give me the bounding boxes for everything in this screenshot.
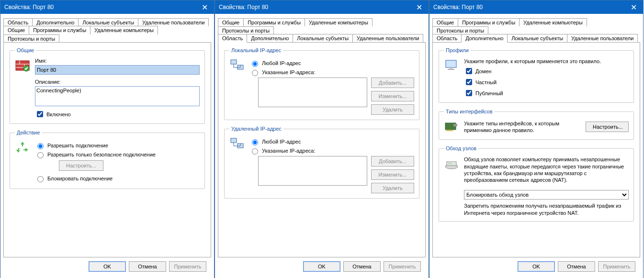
name-input[interactable] [35, 65, 200, 75]
svg-rect-17 [450, 67, 452, 69]
apply-button: Применить [169, 261, 206, 272]
tab-remote-users[interactable]: Удаленные пользователи [567, 34, 638, 43]
local-delete-button: Удалить [371, 104, 414, 115]
tab-remote-computers[interactable]: Удаленные компьютеры [90, 26, 158, 34]
tab-local-principals[interactable]: Локальные субъекты [78, 18, 138, 26]
svg-point-25 [451, 163, 452, 164]
check-private[interactable]: Частный [464, 78, 629, 87]
legend-action: Действие [15, 130, 42, 135]
name-label: Имя: [35, 58, 200, 64]
svg-rect-18 [448, 69, 454, 70]
traversal-select[interactable]: Блокировать обход узлов [464, 190, 629, 200]
ok-button[interactable]: OK [89, 261, 126, 272]
window-title: Свойства: Порт 80 [219, 4, 268, 11]
legend-local-ip: Локальный IP-адрес [229, 47, 283, 53]
titlebar: Свойства: Порт 80 ✕ [429, 0, 643, 14]
tab-remote-computers[interactable]: Удаленные компьютеры [305, 18, 373, 26]
cancel-button[interactable]: Отмена [129, 261, 166, 272]
svg-rect-20 [446, 130, 453, 131]
tab-programs[interactable]: Программы и службы [458, 18, 520, 26]
check-public[interactable]: Публичный [464, 89, 629, 98]
nic-icon [444, 119, 459, 134]
close-icon[interactable]: ✕ [624, 0, 643, 14]
group-edge-traversal: Обход узлов Обход узлов позволяет компью… [439, 145, 634, 222]
network-icon [229, 136, 245, 152]
local-ip-list [258, 78, 367, 107]
radio-remote-any[interactable]: Любой IP-адрес [249, 138, 414, 145]
svg-rect-21 [453, 124, 457, 126]
ok-button[interactable]: OK [303, 261, 340, 272]
ok-button[interactable]: OK [518, 261, 555, 272]
firewall-icon [15, 58, 30, 73]
svg-rect-11 [231, 138, 237, 143]
profiles-desc: Укажите профили, к которым применяется э… [464, 58, 629, 65]
tab-protocols[interactable]: Протоколы и порты [218, 26, 274, 34]
group-remote-ip: Удаленный IP-адрес Любой IP-адрес Указан… [224, 126, 419, 199]
tab-general[interactable]: Общие [218, 18, 244, 26]
tab-programs[interactable]: Программы и службы [29, 26, 90, 34]
apply-button: Применить [598, 261, 635, 272]
legend-general: Общие [15, 47, 36, 53]
local-edit-button: Изменить... [371, 91, 414, 101]
dialog-advanced: Свойства: Порт 80 ✕ Общие Программы и сл… [429, 0, 644, 278]
router-icon [444, 156, 459, 171]
tab-local-principals[interactable]: Локальные субъекты [293, 34, 353, 43]
iface-configure-button[interactable]: Настроить... [586, 122, 629, 132]
remote-delete-button: Удалить [371, 183, 414, 193]
tab-scope[interactable]: Область [3, 18, 33, 26]
close-icon[interactable]: ✕ [195, 0, 214, 14]
remote-edit-button: Изменить... [371, 169, 414, 180]
configure-button: Настроить... [59, 160, 103, 171]
iface-desc: Укажите типы интерфейсов, к которым прим… [464, 120, 581, 134]
tab-protocols[interactable]: Протоколы и порты [432, 26, 488, 34]
recycle-icon [15, 140, 30, 156]
tab-remote-users[interactable]: Удаленные пользователи [138, 18, 209, 26]
svg-rect-6 [231, 60, 237, 64]
tab-advanced[interactable]: Дополнительно [32, 18, 79, 26]
traversal-desc: Обход узлов позволяет компьютеру принима… [464, 156, 629, 183]
legend-traversal: Обход узлов [444, 145, 478, 151]
tab-programs[interactable]: Программы и службы [243, 18, 305, 26]
tab-general[interactable]: Общие [3, 26, 29, 34]
radio-local-any[interactable]: Любой IP-адрес [249, 59, 414, 67]
close-icon[interactable]: ✕ [409, 0, 429, 14]
tab-general[interactable]: Общие [432, 18, 458, 26]
group-general: Общие Имя: Описание: ConnectingPeople) В… [10, 47, 205, 124]
monitor-icon [444, 58, 459, 73]
traversal-hint: Запретить приложениям получать незапраши… [464, 202, 629, 216]
enabled-checkbox[interactable]: Включено [35, 110, 200, 119]
group-action: Действие Разрешить подключение Разрешить… [10, 130, 205, 189]
legend-profiles: Профили [444, 47, 471, 53]
description-label: Описание: [35, 79, 200, 85]
svg-rect-16 [446, 60, 456, 67]
radio-remote-specific[interactable]: Указанные IP-адреса: [249, 147, 414, 155]
cancel-button[interactable]: Отмена [558, 261, 595, 272]
check-domain[interactable]: Домен [464, 67, 629, 76]
legend-iface: Типы интерфейсов [444, 109, 495, 114]
tab-advanced[interactable]: Дополнительно [461, 34, 508, 43]
titlebar: Свойства: Порт 80 ✕ [215, 0, 429, 14]
dialog-general: Свойства: Порт 80 ✕ Область Дополнительн… [0, 0, 215, 278]
radio-local-specific[interactable]: Указанные IP-адреса: [249, 68, 414, 76]
tab-protocols[interactable]: Протоколы и порты [3, 34, 59, 43]
cancel-button[interactable]: Отмена [343, 261, 381, 272]
remote-ip-list [258, 156, 367, 186]
tab-scope[interactable]: Область [432, 34, 462, 43]
legend-remote-ip: Удаленный IP-адрес [229, 126, 283, 132]
tab-local-principals[interactable]: Локальные субъекты [507, 34, 567, 43]
group-local-ip: Локальный IP-адрес Любой IP-адрес Указан… [224, 47, 419, 120]
svg-point-24 [449, 163, 450, 164]
window-title: Свойства: Порт 80 [433, 4, 483, 11]
radio-secure[interactable]: Разрешить только безопасное подключение [35, 151, 200, 158]
local-add-button: Добавить... [371, 78, 414, 88]
apply-button: Применить [384, 261, 421, 272]
tab-remote-users[interactable]: Удаленные пользователи [352, 34, 423, 43]
radio-allow[interactable]: Разрешить подключение [35, 142, 200, 149]
tab-remote-computers[interactable]: Удаленные компьютеры [519, 18, 587, 26]
radio-block[interactable]: Блокировать подключение [35, 175, 200, 182]
description-input[interactable]: ConnectingPeople) [35, 86, 200, 106]
tab-scope[interactable]: Область [218, 34, 247, 43]
dialog-scope: Свойства: Порт 80 ✕ Общие Программы и сл… [215, 0, 429, 278]
titlebar: Свойства: Порт 80 ✕ [0, 0, 214, 14]
tab-advanced[interactable]: Дополнительно [247, 34, 293, 43]
